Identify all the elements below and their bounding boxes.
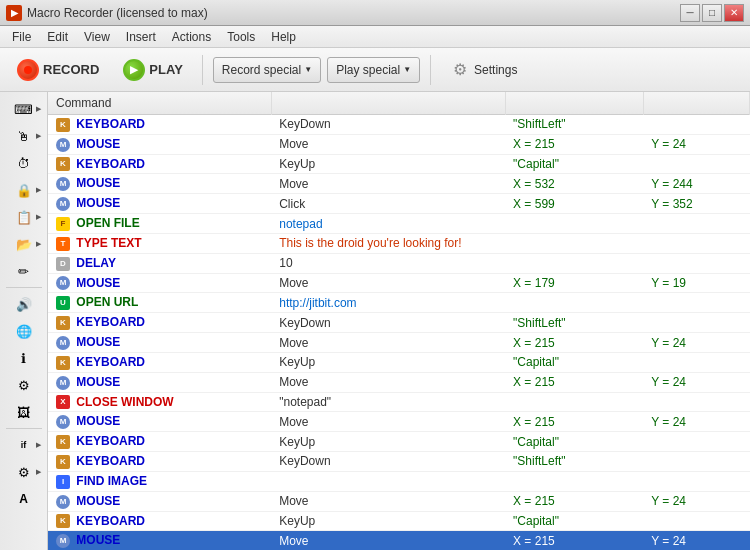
table-row[interactable]: X CLOSE WINDOW "notepad"	[48, 392, 750, 412]
sidebar-variable[interactable]: A	[5, 486, 43, 512]
cell-command-text: MOUSE	[76, 414, 120, 428]
menu-actions[interactable]: Actions	[164, 28, 219, 46]
table-row[interactable]: K KEYBOARD KeyDown "ShiftLeft"	[48, 115, 750, 135]
menu-insert[interactable]: Insert	[118, 28, 164, 46]
table-row[interactable]: M MOUSE Move X = 215 Y = 24	[48, 134, 750, 154]
col-value1	[505, 92, 643, 115]
cell-command: K KEYBOARD	[48, 313, 271, 333]
web-icon: 🌐	[14, 321, 34, 341]
table-row[interactable]: M MOUSE Move X = 532 Y = 244	[48, 174, 750, 194]
sidebar: ⌨ ▶ 🖱 ▶ ⏱ 🔒 ▶ 📋 ▶ 📂 ▶ ✏ 🔊 🌐	[0, 92, 48, 550]
cell-value1: "ShiftLeft"	[505, 452, 643, 472]
cell-command: X CLOSE WINDOW	[48, 392, 271, 412]
audio-icon: 🔊	[14, 294, 34, 314]
play-special-button[interactable]: Play special ▼	[327, 57, 420, 83]
row-icon: M	[56, 376, 70, 390]
cell-command: M MOUSE	[48, 273, 271, 293]
table-row[interactable]: K KEYBOARD KeyDown "ShiftLeft"	[48, 313, 750, 333]
cell-value2	[643, 511, 749, 531]
row-icon: M	[56, 138, 70, 152]
cell-value2: Y = 24	[643, 333, 749, 353]
table-row[interactable]: M MOUSE Move X = 215 Y = 24	[48, 412, 750, 432]
menu-file[interactable]: File	[4, 28, 39, 46]
cell-command: K KEYBOARD	[48, 432, 271, 452]
cell-action	[271, 471, 505, 491]
minimize-button[interactable]: ─	[680, 4, 700, 22]
sidebar-text[interactable]: ✏	[5, 258, 43, 284]
sidebar-image[interactable]: 🖼	[5, 399, 43, 425]
cell-action: "notepad"	[271, 392, 505, 412]
row-icon: T	[56, 237, 70, 251]
record-special-label: Record special	[222, 63, 301, 77]
cell-action: http://jitbit.com	[271, 293, 505, 313]
record-button[interactable]: RECORD	[8, 54, 108, 86]
image-icon: 🖼	[14, 402, 34, 422]
table-row[interactable]: M MOUSE Move X = 215 Y = 24	[48, 491, 750, 511]
cell-command: M MOUSE	[48, 531, 271, 550]
col-action	[271, 92, 505, 115]
sidebar-condition[interactable]: if ▶	[5, 432, 43, 458]
table-row[interactable]: K KEYBOARD KeyUp "Capital"	[48, 154, 750, 174]
sidebar-window[interactable]: 🔒 ▶	[5, 177, 43, 203]
table-row[interactable]: M MOUSE Click X = 599 Y = 352	[48, 194, 750, 214]
sidebar-macro[interactable]: ⚙ ▶	[5, 459, 43, 485]
table-row[interactable]: D DELAY 10	[48, 253, 750, 273]
keyboard-icon: ⌨	[14, 99, 34, 119]
sidebar-delay[interactable]: ⏱	[5, 150, 43, 176]
menu-bar: File Edit View Insert Actions Tools Help	[0, 26, 750, 48]
cell-action: KeyUp	[271, 432, 505, 452]
play-button[interactable]: ▶ PLAY	[114, 54, 191, 86]
command-table-area[interactable]: Command K KEYBOARD KeyDown "ShiftLeft" M…	[48, 92, 750, 550]
sidebar-audio[interactable]: 🔊	[5, 291, 43, 317]
sidebar-settings2[interactable]: ⚙	[5, 372, 43, 398]
close-window-button[interactable]: ✕	[724, 4, 744, 22]
row-icon: K	[56, 455, 70, 469]
record-special-button[interactable]: Record special ▼	[213, 57, 321, 83]
row-icon: M	[56, 534, 70, 548]
cell-value2: Y = 24	[643, 531, 749, 550]
table-row[interactable]: M MOUSE Move X = 215 Y = 24	[48, 372, 750, 392]
clipboard-icon: 📋	[14, 207, 34, 227]
menu-edit[interactable]: Edit	[39, 28, 76, 46]
table-row[interactable]: K KEYBOARD KeyDown "ShiftLeft"	[48, 452, 750, 472]
cell-action: KeyUp	[271, 511, 505, 531]
cell-command: M MOUSE	[48, 174, 271, 194]
row-icon: K	[56, 118, 70, 132]
table-row[interactable]: F OPEN FILE notepad	[48, 214, 750, 234]
toolbar: RECORD ▶ PLAY Record special ▼ Play spec…	[0, 48, 750, 92]
sidebar-file[interactable]: 📂 ▶	[5, 231, 43, 257]
table-row[interactable]: K KEYBOARD KeyUp "Capital"	[48, 432, 750, 452]
col-command: Command	[48, 92, 271, 115]
command-table: Command K KEYBOARD KeyDown "ShiftLeft" M…	[48, 92, 750, 550]
main-content: ⌨ ▶ 🖱 ▶ ⏱ 🔒 ▶ 📋 ▶ 📂 ▶ ✏ 🔊 🌐	[0, 92, 750, 550]
menu-view[interactable]: View	[76, 28, 118, 46]
window-icon: 🔒	[14, 180, 34, 200]
table-row[interactable]: T TYPE TEXT This is the droid you're loo…	[48, 233, 750, 253]
table-row[interactable]: K KEYBOARD KeyUp "Capital"	[48, 352, 750, 372]
row-icon: M	[56, 197, 70, 211]
table-row[interactable]: M MOUSE Move X = 215 Y = 24	[48, 531, 750, 550]
table-row[interactable]: M MOUSE Move X = 215 Y = 24	[48, 333, 750, 353]
table-header-row: Command	[48, 92, 750, 115]
menu-help[interactable]: Help	[263, 28, 304, 46]
cell-command: M MOUSE	[48, 491, 271, 511]
sidebar-info[interactable]: ℹ	[5, 345, 43, 371]
settings-button[interactable]: ⚙ Settings	[441, 55, 526, 85]
window-arrow: ▶	[36, 186, 41, 194]
sidebar-clipboard[interactable]: 📋 ▶	[5, 204, 43, 230]
table-row[interactable]: I FIND IMAGE	[48, 471, 750, 491]
cell-command: K KEYBOARD	[48, 154, 271, 174]
cell-value2	[643, 392, 749, 412]
file-icon: 📂	[14, 234, 34, 254]
table-row[interactable]: U OPEN URL http://jitbit.com	[48, 293, 750, 313]
maximize-button[interactable]: □	[702, 4, 722, 22]
table-row[interactable]: K KEYBOARD KeyUp "Capital"	[48, 511, 750, 531]
cell-action: 10	[271, 253, 505, 273]
sidebar-keyboard[interactable]: ⌨ ▶	[5, 96, 43, 122]
row-icon: X	[56, 395, 70, 409]
sidebar-web[interactable]: 🌐	[5, 318, 43, 344]
col-value2	[643, 92, 749, 115]
table-row[interactable]: M MOUSE Move X = 179 Y = 19	[48, 273, 750, 293]
menu-tools[interactable]: Tools	[219, 28, 263, 46]
sidebar-mouse[interactable]: 🖱 ▶	[5, 123, 43, 149]
